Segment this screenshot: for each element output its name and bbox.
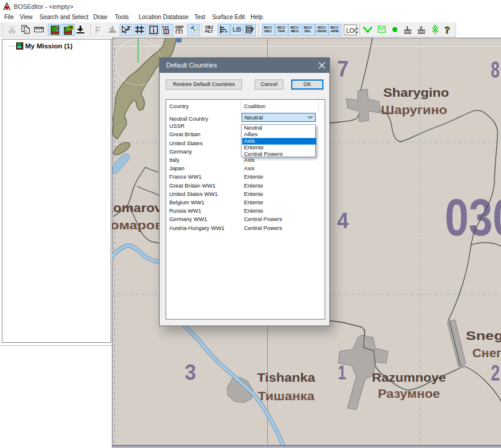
svg-text:Snegir: Snegir <box>466 329 501 342</box>
svg-text:8: 8 <box>491 57 500 82</box>
svg-text:1: 1 <box>406 25 409 30</box>
svg-text:Разумное: Разумное <box>378 387 440 400</box>
svg-text:4: 4 <box>337 208 349 233</box>
svg-text:2: 2 <box>420 25 423 30</box>
svg-text:?: ? <box>445 24 450 35</box>
svg-text:7: 7 <box>337 57 349 81</box>
svg-text:Sharygino: Sharygino <box>383 86 449 99</box>
svg-text:Tishanka: Tishanka <box>257 371 316 384</box>
svg-text:Шаругино: Шаругино <box>381 103 447 116</box>
svg-text:GRP: GRP <box>175 25 184 29</box>
svg-text:3: 3 <box>185 360 196 385</box>
svg-text:Razumnoye: Razumnoye <box>372 371 446 384</box>
svg-text:Снеги: Снеги <box>472 346 501 360</box>
svg-text:Тишанка: Тишанка <box>258 389 315 403</box>
svg-text:TXT: TXT <box>162 26 169 29</box>
svg-text:2: 2 <box>491 361 500 385</box>
